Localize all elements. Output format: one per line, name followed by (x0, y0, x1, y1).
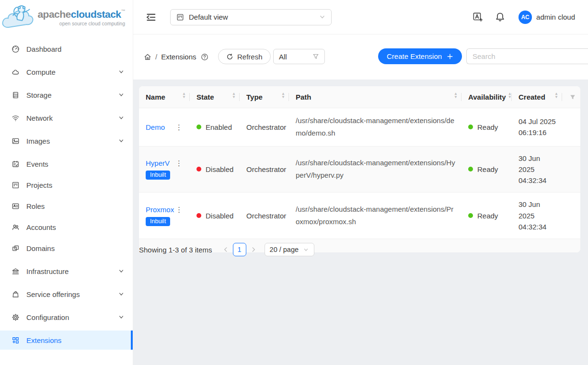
row-filter-spacer (562, 108, 580, 146)
user-avatar[interactable]: AC (519, 11, 532, 24)
type-label: Orchestrator (246, 165, 284, 173)
next-page-icon[interactable] (251, 247, 256, 252)
top-header-bar: Default view AC admin cloud (133, 0, 588, 34)
sidebar-item-images[interactable]: Images (0, 131, 133, 150)
row-actions-more-icon[interactable]: ⋮ (174, 159, 184, 167)
filter-select[interactable]: All (273, 49, 325, 64)
created-date: 30 Jun 2025 (519, 199, 557, 221)
page-number-button[interactable]: 1 (233, 243, 246, 256)
sidebar-item-label: Events (26, 160, 124, 168)
sidebar-item-domains[interactable]: Domains (0, 239, 133, 258)
extension-name-link[interactable]: HyperV (146, 159, 170, 167)
breadcrumb-current[interactable]: Extensions (161, 53, 196, 61)
sidebar-item-projects[interactable]: Projects (0, 175, 133, 194)
column-header-name[interactable]: Name▲▼ (139, 86, 190, 108)
project-icon (176, 13, 184, 21)
name-cell: HyperV ⋮ Inbuilt (139, 147, 190, 193)
previous-page-icon[interactable] (223, 247, 229, 252)
type-cell: Orchestrator (240, 147, 289, 193)
chevron-down-icon (118, 268, 124, 274)
column-header-type[interactable]: Type▲▼ (240, 86, 289, 108)
sidebar-item-accounts[interactable]: Accounts (0, 217, 133, 237)
sidebar-item-label: Domains (26, 244, 124, 252)
menu-fold-icon[interactable] (146, 12, 156, 23)
table-row-proxmox: Proxmox ⋮ Inbuilt Disabled Orchestrator … (139, 193, 580, 239)
row-actions-more-icon[interactable]: ⋮ (174, 205, 184, 214)
extensions-table-card: Name▲▼State▲▼Type▲▼Path▲▼Availability▲▼C… (139, 86, 580, 252)
sidebar-item-service-offerings[interactable]: Service offerings (0, 285, 133, 304)
created-cell: 04 Jul 2025 06:19:16 (512, 108, 562, 146)
sidebar-item-storage[interactable]: Storage (0, 85, 133, 104)
table-body: Demo ⋮ Enabled Orchestrator /usr/share/c… (139, 108, 580, 239)
state-status-dot (196, 167, 201, 171)
sidebar-item-events[interactable]: Events (0, 154, 133, 173)
page-size-select[interactable]: 20 / page (265, 243, 314, 256)
state-label: Enabled (206, 123, 232, 131)
sidebar-item-label: Storage (26, 91, 118, 99)
availability-status-dot (468, 213, 473, 218)
sidebar-item-extensions[interactable]: Extensions (0, 331, 133, 350)
sidebar-item-dashboard[interactable]: Dashboard (0, 39, 133, 58)
state-status-dot (196, 125, 201, 129)
availability-cell: Ready (461, 147, 512, 193)
sidebar-item-label: Accounts (26, 223, 124, 231)
sidebar-item-infrastructure[interactable]: Infrastructure (0, 262, 133, 281)
page-size-select-value: 20 / page (270, 246, 299, 253)
project-icon (12, 181, 20, 189)
column-header-path[interactable]: Path▲▼ (289, 86, 461, 108)
sidebar-item-roles[interactable]: Roles (0, 196, 133, 216)
setting-icon (12, 313, 20, 321)
breadcrumb: / Extensions (144, 53, 208, 61)
sidebar-item-network[interactable]: Network (0, 108, 133, 127)
notifications-bell-icon[interactable] (495, 12, 505, 22)
table-header-row: Name▲▼State▲▼Type▲▼Path▲▼Availability▲▼C… (139, 86, 580, 108)
column-header-state[interactable]: State▲▼ (190, 86, 240, 108)
chevron-down-icon (319, 14, 325, 20)
column-label: State (196, 93, 230, 101)
logo-tagline: open source cloud computing (37, 21, 125, 26)
sort-carets-icon: ▲▼ (508, 94, 512, 101)
language-icon[interactable] (473, 12, 483, 22)
sort-carets-icon: ▲▼ (281, 94, 285, 101)
chevron-down-icon (118, 115, 124, 121)
project-view-select[interactable]: Default view (170, 9, 332, 25)
state-cell: Disabled (190, 193, 240, 239)
extension-icon (12, 336, 20, 344)
availability-label: Ready (477, 123, 498, 131)
sort-carets-icon: ▲▼ (454, 94, 458, 101)
toolbar-section: / Extensions Refresh All (133, 34, 588, 80)
create-extension-button[interactable]: Create Extension (378, 48, 462, 64)
content-section: Name▲▼State▲▼Type▲▼Path▲▼Availability▲▼C… (133, 80, 588, 365)
path-text: /usr/share/cloudstack-management/extensi… (296, 203, 457, 228)
sort-carets-icon: ▲▼ (182, 94, 186, 101)
wifi-icon (12, 114, 20, 122)
home-icon[interactable] (144, 53, 151, 61)
chevron-down-icon (118, 291, 124, 297)
sidebar-item-label: Dashboard (26, 45, 124, 53)
name-cell: Demo ⋮ (139, 108, 190, 146)
help-question-icon[interactable] (201, 53, 208, 61)
sidebar-item-compute[interactable]: Compute (0, 62, 133, 81)
filter-select-value: All (279, 53, 312, 61)
sidebar-item-label: Infrastructure (26, 267, 118, 275)
column-header-availability[interactable]: Availability▲▼ (461, 86, 512, 108)
path-cell: /usr/share/cloudstack-management/extensi… (289, 147, 461, 193)
extension-name-link[interactable]: Demo (146, 123, 165, 131)
state-cell: Enabled (190, 108, 240, 146)
column-header-created[interactable]: Created▲▼ (512, 86, 562, 108)
user-name[interactable]: admin cloud (536, 13, 575, 21)
column-header-filter[interactable] (562, 86, 580, 108)
search-input[interactable] (466, 48, 588, 64)
state-label: Disabled (206, 212, 233, 220)
sort-carets-icon: ▲▼ (554, 94, 558, 101)
row-filter-spacer (562, 147, 580, 193)
extension-name-link[interactable]: Proxmox (146, 205, 174, 214)
availability-cell: Ready (461, 108, 512, 146)
sidebar-item-configuration[interactable]: Configuration (0, 308, 133, 327)
breadcrumb-separator: / (155, 53, 157, 61)
row-actions-more-icon[interactable]: ⋮ (174, 123, 184, 131)
sidebar-item-label: Projects (26, 181, 124, 189)
availability-cell: Ready (461, 193, 512, 239)
refresh-button[interactable]: Refresh (218, 49, 271, 64)
inbuilt-badge: Inbuilt (146, 171, 170, 180)
